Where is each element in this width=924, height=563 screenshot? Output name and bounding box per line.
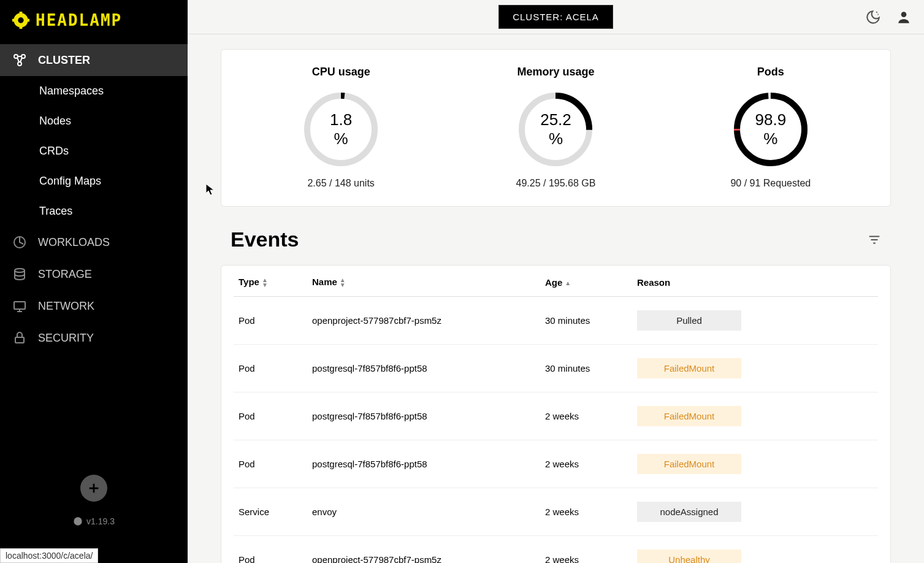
cell-name: envoy	[307, 488, 540, 536]
headlamp-icon	[12, 12, 29, 29]
svg-point-10	[15, 269, 25, 272]
memory-ring: 25.2 %	[516, 90, 595, 169]
stat-sub: 49.25 / 195.68 GB	[448, 178, 663, 189]
cell-name: postgresql-7f857bf8f6-ppt58	[307, 440, 540, 488]
theme-toggle-icon[interactable]	[865, 9, 881, 25]
reason-badge: FailedMount	[637, 358, 741, 378]
sidebar-sub-namespaces[interactable]: Namespaces	[0, 76, 188, 106]
svg-rect-12	[15, 337, 24, 343]
table-row[interactable]: Serviceenvoy2 weeksnodeAssigned	[234, 488, 878, 536]
sidebar-item-security[interactable]: SECURITY	[0, 322, 188, 354]
reason-badge: Unhealthy	[637, 550, 741, 563]
cell-type: Pod	[234, 440, 307, 488]
cell-age: 30 minutes	[540, 297, 632, 345]
sort-asc-icon: ▲	[565, 281, 571, 286]
cell-type: Service	[234, 488, 307, 536]
stat-percent: 25.2 %	[536, 110, 576, 148]
sidebar: HEADLAMP CLUSTER Namespaces Nodes CRDs C…	[0, 0, 188, 563]
table-row[interactable]: Podpostgresql-7f857bf8f6-ppt5830 minutes…	[234, 345, 878, 393]
sidebar-item-storage[interactable]: STORAGE	[0, 258, 188, 290]
stat-sub: 2.65 / 148 units	[234, 178, 448, 189]
cell-reason: FailedMount	[632, 393, 878, 440]
col-reason[interactable]: Reason	[632, 266, 878, 297]
cell-reason: FailedMount	[632, 440, 878, 488]
status-bar-url: localhost:3000/c/acela/	[0, 548, 98, 563]
table-row[interactable]: Podopenproject-577987cbf7-psm5z2 weeksUn…	[234, 536, 878, 563]
topbar: CLUSTER: ACELA	[188, 0, 924, 34]
cell-age: 2 weeks	[540, 393, 632, 440]
sidebar-sub-configmaps[interactable]: Config Maps	[0, 166, 188, 196]
stat-memory: Memory usage 25.2 % 49.25 / 195.68 GB	[448, 66, 663, 189]
cell-age: 2 weeks	[540, 440, 632, 488]
sidebar-item-label: STORAGE	[38, 268, 92, 281]
svg-rect-3	[20, 26, 23, 29]
version-label: v1.19.3	[73, 516, 115, 526]
stat-title: CPU usage	[234, 66, 448, 79]
sidebar-item-network[interactable]: NETWORK	[0, 290, 188, 322]
workloads-icon	[12, 235, 27, 250]
filter-icon[interactable]	[868, 233, 881, 247]
logo[interactable]: HEADLAMP	[0, 0, 188, 40]
cluster-badge[interactable]: CLUSTER: ACELA	[498, 5, 613, 29]
svg-point-1	[18, 17, 23, 23]
cell-name: openproject-577987cbf7-psm5z	[307, 297, 540, 345]
cell-reason: FailedMount	[632, 345, 878, 393]
cell-type: Pod	[234, 393, 307, 440]
reason-badge: FailedMount	[637, 406, 741, 426]
col-name[interactable]: Name▲▼	[307, 266, 540, 297]
main-content: CPU usage 1.8 % 2.65 / 148 units Memory …	[188, 34, 924, 563]
table-row[interactable]: Podopenproject-577987cbf7-psm5z30 minute…	[234, 297, 878, 345]
table-header-row: Type▲▼ Name▲▼ Age ▲ Reason	[234, 266, 878, 297]
col-type[interactable]: Type▲▼	[234, 266, 307, 297]
col-age[interactable]: Age ▲	[540, 266, 632, 297]
pods-ring: 98.9 %	[731, 90, 811, 169]
cell-name: postgresql-7f857bf8f6-ppt58	[307, 345, 540, 393]
user-icon[interactable]	[896, 9, 912, 25]
network-icon	[12, 299, 27, 313]
cell-age: 2 weeks	[540, 536, 632, 563]
cell-age: 30 minutes	[540, 345, 632, 393]
events-header: Events	[231, 228, 881, 251]
table-row[interactable]: Podpostgresql-7f857bf8f6-ppt582 weeksFai…	[234, 440, 878, 488]
stat-pods: Pods 98.9 % 90 / 91 Requested	[663, 66, 878, 189]
stat-percent: 1.8 %	[321, 110, 361, 148]
cell-type: Pod	[234, 345, 307, 393]
sidebar-sub-nodes[interactable]: Nodes	[0, 106, 188, 136]
nav: CLUSTER Namespaces Nodes CRDs Config Map…	[0, 44, 188, 354]
svg-point-8	[18, 62, 21, 66]
reason-badge: nodeAssigned	[637, 502, 741, 522]
sidebar-item-workloads[interactable]: WORKLOADS	[0, 226, 188, 258]
svg-rect-11	[14, 302, 25, 309]
sidebar-item-label: NETWORK	[38, 300, 94, 313]
svg-rect-2	[20, 12, 23, 15]
events-table: Type▲▼ Name▲▼ Age ▲ Reason Podopenprojec…	[221, 265, 891, 563]
sort-icon: ▲▼	[340, 278, 346, 288]
table-row[interactable]: Podpostgresql-7f857bf8f6-ppt582 weeksFai…	[234, 393, 878, 440]
sidebar-item-cluster[interactable]: CLUSTER	[0, 44, 188, 76]
stat-title: Pods	[663, 66, 878, 79]
svg-point-14	[901, 12, 907, 17]
sidebar-item-label: CLUSTER	[38, 54, 90, 67]
cell-reason: Pulled	[632, 297, 878, 345]
logo-text: HEADLAMP	[36, 11, 122, 29]
svg-rect-4	[12, 19, 15, 22]
stats-card: CPU usage 1.8 % 2.65 / 148 units Memory …	[221, 49, 891, 207]
sort-icon: ▲▼	[262, 278, 268, 288]
security-icon	[12, 331, 27, 345]
cell-type: Pod	[234, 536, 307, 563]
sidebar-item-label: WORKLOADS	[38, 236, 110, 249]
cell-reason: Unhealthy	[632, 536, 878, 563]
add-button[interactable]	[80, 475, 107, 502]
cell-type: Pod	[234, 297, 307, 345]
events-title: Events	[231, 228, 299, 251]
sidebar-sub-traces[interactable]: Traces	[0, 196, 188, 226]
sidebar-sub-crds[interactable]: CRDs	[0, 136, 188, 166]
svg-point-13	[74, 517, 82, 525]
stat-cpu: CPU usage 1.8 % 2.65 / 148 units	[234, 66, 448, 189]
storage-icon	[12, 267, 27, 282]
plus-icon	[87, 481, 101, 495]
reason-badge: FailedMount	[637, 454, 741, 474]
github-icon	[73, 516, 83, 526]
cell-name: openproject-577987cbf7-psm5z	[307, 536, 540, 563]
reason-badge: Pulled	[637, 310, 741, 331]
